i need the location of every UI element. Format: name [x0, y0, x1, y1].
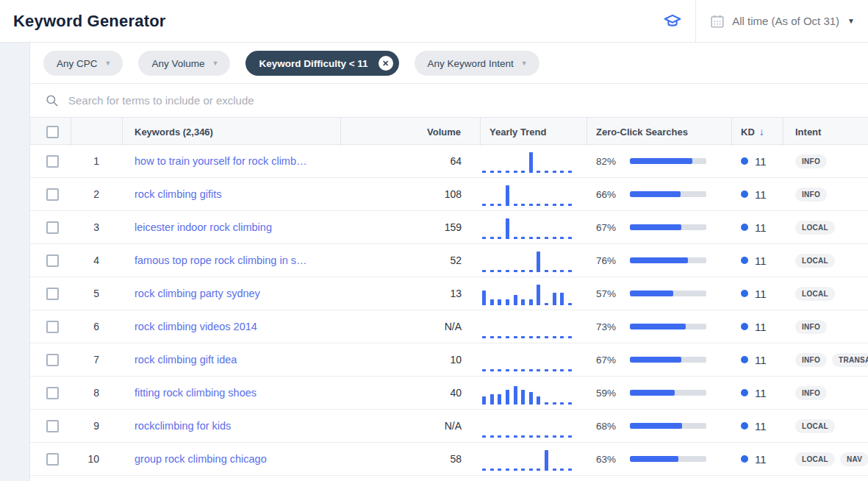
trend-bar — [482, 369, 486, 371]
kd-column-label: KD — [741, 127, 755, 138]
table-header: Keywords (2,346) Volume Yearly Trend Zer… — [30, 117, 868, 145]
zero-click-column-header[interactable]: Zero-Click Searches — [587, 118, 732, 146]
intent-badges: INFO — [783, 188, 868, 202]
volume-value: 159 — [341, 221, 481, 233]
row-checkbox[interactable] — [46, 420, 59, 432]
filter-volume[interactable]: Any Volume ▼ — [138, 51, 230, 76]
intent-badge: INFO — [795, 154, 827, 168]
row-checkbox[interactable] — [46, 221, 59, 234]
filter-cpc-label: Any CPC — [57, 58, 98, 69]
trend-bar — [553, 402, 556, 405]
education-icon[interactable] — [663, 12, 682, 31]
trend-bar — [506, 435, 509, 438]
zero-click-percent: 82% — [596, 156, 630, 167]
select-all-checkbox[interactable] — [46, 126, 59, 138]
row-checkbox[interactable] — [46, 453, 59, 466]
zero-click-bar-fill — [630, 324, 686, 329]
trend-bar — [553, 336, 556, 338]
row-checkbox[interactable] — [46, 155, 59, 168]
trend-bar — [560, 270, 564, 272]
trend-bar — [560, 293, 564, 305]
zero-click-percent: 67% — [596, 222, 630, 233]
trend-bar — [506, 390, 509, 405]
yearly-trend-sparkline — [482, 449, 572, 471]
trend-bar — [529, 152, 533, 173]
trend-bar — [498, 369, 501, 371]
trend-bar — [506, 270, 509, 272]
keyword-link[interactable]: famous top rope rock climbing in s… — [134, 254, 307, 266]
row-checkbox[interactable] — [46, 321, 59, 333]
search-icon — [45, 93, 59, 107]
filter-intent[interactable]: Any Keyword Intent ▼ — [415, 51, 539, 76]
intent-column-header[interactable]: Intent — [783, 118, 868, 146]
trend-bar — [545, 237, 548, 239]
kd-column-header[interactable]: KD ↓ — [732, 118, 783, 146]
volume-column-header[interactable]: Volume — [341, 118, 481, 146]
search-input[interactable] — [68, 94, 868, 107]
zero-click-bar-fill — [630, 257, 688, 263]
keyword-link[interactable]: rock climbing videos 2014 — [134, 321, 257, 332]
zero-click-bar-fill — [630, 456, 678, 462]
keyword-link[interactable]: rock climbing gift idea — [134, 354, 237, 366]
volume-value: N/A — [341, 420, 481, 432]
zero-click-bar-fill — [630, 390, 675, 396]
intent-badges: INFO — [783, 320, 868, 334]
zero-click-bar-track — [630, 357, 706, 363]
search-bar — [30, 83, 868, 117]
close-icon[interactable]: ✕ — [379, 56, 393, 71]
zero-click-bar-fill — [630, 158, 692, 164]
trend-bar — [498, 171, 501, 173]
intent-badges: LOCALNAV — [783, 452, 868, 466]
keyword-link[interactable]: rock climbing gifits — [134, 188, 221, 200]
trend-bar — [545, 450, 548, 471]
row-index: 3 — [71, 221, 123, 233]
trend-bar — [490, 237, 494, 239]
keywords-column-header[interactable]: Keywords (2,346) — [123, 118, 341, 146]
kd-dot-icon — [741, 290, 748, 297]
trend-bar — [545, 369, 548, 371]
trend-bar — [537, 204, 540, 206]
trend-bar — [560, 204, 564, 206]
row-checkbox[interactable] — [46, 354, 59, 366]
trend-bar — [498, 299, 501, 305]
trend-bar — [490, 435, 494, 438]
filter-kd-active[interactable]: Keyword Difficulty < 11 ✕ — [245, 51, 398, 76]
trend-bar — [537, 285, 540, 305]
keyword-link[interactable]: rockclimbing for kids — [134, 420, 231, 432]
row-checkbox[interactable] — [46, 254, 59, 267]
intent-badges: LOCAL — [783, 287, 868, 301]
table-row: 10 group rock climbing chicago 58 63% 11… — [30, 443, 868, 476]
intent-badges: LOCAL — [783, 419, 868, 433]
keyword-link[interactable]: fitting rock climbing shoes — [134, 387, 257, 399]
kd-value: 11 — [755, 321, 767, 333]
trend-bar — [506, 299, 509, 305]
row-checkbox[interactable] — [46, 288, 59, 300]
zero-click-percent: 68% — [596, 421, 630, 432]
trend-bar — [568, 468, 572, 471]
table-body: 1 how to train yourself for rock climb… … — [30, 145, 868, 476]
trend-bar — [529, 299, 533, 305]
yearly-trend-sparkline — [482, 316, 572, 338]
yearly-trend-sparkline — [482, 250, 572, 272]
keyword-link[interactable]: group rock climbing chicago — [134, 453, 267, 465]
table-row: 1 how to train yourself for rock climb… … — [30, 145, 868, 178]
date-range-picker[interactable]: All time (As of Oct 31) ▼ — [709, 13, 858, 29]
filter-cpc[interactable]: Any CPC ▼ — [43, 51, 123, 76]
keyword-link[interactable]: leicester indoor rock climbing — [134, 221, 272, 233]
zero-click-bar-track — [630, 158, 706, 164]
trend-bar — [521, 299, 525, 305]
trend-bar — [553, 293, 556, 305]
date-range-label: All time (As of Oct 31) — [732, 15, 839, 27]
trend-bar — [537, 336, 540, 338]
trend-bar — [529, 336, 533, 338]
kd-value: 11 — [755, 254, 767, 267]
row-checkbox[interactable] — [46, 188, 59, 201]
volume-value: 40 — [341, 387, 481, 399]
row-checkbox[interactable] — [46, 387, 59, 399]
keyword-link[interactable]: rock climbing party sydney — [134, 288, 260, 299]
keyword-link[interactable]: how to train yourself for rock climb… — [134, 155, 307, 167]
trend-bar — [560, 468, 564, 471]
trend-bar — [521, 468, 525, 471]
trend-bar — [529, 237, 533, 239]
zero-click-percent: 66% — [596, 189, 630, 200]
